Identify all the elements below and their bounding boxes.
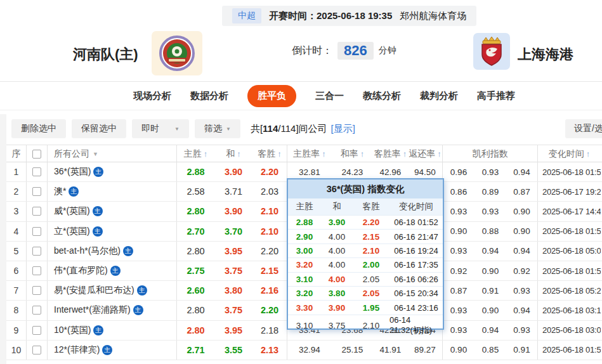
row-number: 2: [6, 182, 27, 201]
company-cell[interactable]: Interwet*(塞浦路斯)主: [48, 301, 177, 320]
column-header-客胜率[interactable]: 客胜率↑: [373, 145, 408, 162]
settings-button[interactable]: 设置/选: [565, 119, 602, 138]
tab-胜平负[interactable]: 胜平负: [247, 85, 296, 107]
popup-odds-away: 2.15: [353, 230, 389, 243]
column-header-客胜[interactable]: 客胜↑: [252, 145, 287, 162]
odds-draw: 3.55: [214, 341, 252, 360]
tab-裁判分析[interactable]: 裁判分析: [420, 90, 458, 102]
match-info-bar: 中超 开赛时间：2025-06-18 19:35 郑州航海体育场: [222, 6, 476, 26]
filter-dropdown[interactable]: 筛选▼: [195, 119, 240, 138]
row-number: 6: [6, 261, 27, 280]
popup-change-time: 06-15 20:34: [389, 287, 443, 300]
popup-column-变化时间: 变化时间: [389, 198, 443, 215]
popup-odds-draw: 3.75: [321, 315, 353, 336]
tab-现场分析[interactable]: 现场分析: [133, 90, 171, 102]
tab-三合一[interactable]: 三合一: [315, 90, 344, 102]
row-checkbox-cell: [27, 202, 48, 221]
column-header-所有公司[interactable]: 所有公司▼: [48, 145, 177, 162]
kelly-draw: 0.85: [474, 341, 506, 360]
row-checkbox[interactable]: [32, 207, 41, 216]
row-checkbox[interactable]: [32, 306, 41, 315]
company-cell[interactable]: 12*(菲律宾)主: [48, 341, 177, 360]
kelly-draw: 0.93: [474, 162, 506, 181]
home-bookmaker-badge: 主: [123, 246, 133, 256]
tab-教练分析[interactable]: 教练分析: [363, 90, 401, 102]
kelly-home: 0.92: [443, 261, 474, 280]
kelly-draw: 0.89: [474, 182, 506, 201]
select-all-checkbox[interactable]: [32, 150, 41, 159]
row-checkbox[interactable]: [32, 247, 41, 256]
popup-odds-draw: 3.90: [321, 216, 353, 229]
change-time: 2025-06-18 05:07: [538, 242, 601, 261]
column-header-主胜率[interactable]: 主胜率↑: [287, 145, 332, 162]
sort-ascending-icon: ↑: [322, 149, 326, 159]
home-team-logo: [152, 31, 202, 75]
home-bookmaker-badge: 主: [102, 345, 112, 355]
row-number: 1: [6, 162, 27, 181]
column-header-和率[interactable]: 和率↑: [332, 145, 373, 162]
popup-history-row: 3.004.002.1006-16 19:24: [288, 244, 443, 257]
kelly-draw: 0.90: [474, 301, 506, 320]
popup-change-time: 06-16 06:26: [389, 273, 443, 286]
delete-selected-button[interactable]: 删除选中: [11, 119, 66, 138]
tab-数据分析[interactable]: 数据分析: [190, 90, 228, 102]
company-name: bet-at-h*(马尔他): [54, 245, 121, 257]
countdown: 倒计时： 826 分钟: [292, 42, 396, 60]
popup-odds-draw: 4.00: [321, 258, 353, 271]
company-name: 12*(菲律宾): [54, 344, 100, 356]
popup-history-row: 3.203.802.0506-15 20:34: [288, 286, 443, 300]
odds-away: 2.10: [252, 222, 287, 241]
popup-column-和: 和: [321, 198, 353, 215]
select-all-checkbox-cell[interactable]: [27, 145, 48, 162]
popup-odds-away: 2.20: [353, 216, 389, 229]
row-checkbox[interactable]: [32, 187, 41, 196]
odds-draw: 3.90: [214, 162, 252, 181]
company-cell[interactable]: 立*(英国)主: [48, 222, 177, 241]
row-number: 9: [6, 321, 27, 340]
row-checkbox[interactable]: [32, 167, 41, 176]
row-checkbox-cell: [27, 341, 48, 360]
kickoff-time: 开赛时间：2025-06-18 19:35: [269, 10, 392, 22]
row-checkbox[interactable]: [32, 346, 41, 354]
row-checkbox[interactable]: [32, 286, 41, 295]
column-header-凯利指数: 凯利指数: [443, 145, 538, 162]
odds-away: 2.16: [252, 281, 287, 300]
column-header-和[interactable]: 和↑: [214, 145, 252, 162]
home-bookmaker-badge: 主: [93, 325, 103, 335]
company-cell[interactable]: 易*(安提瓜和巴布达)主: [48, 281, 177, 300]
keep-selected-button[interactable]: 保留选中: [72, 119, 126, 138]
popup-odds-home: 3.20: [288, 258, 321, 271]
company-cell[interactable]: 伟*(直布罗陀)主: [48, 261, 177, 280]
kelly-home: 0.90: [443, 341, 474, 360]
popup-change-time: 06-16 21:47: [389, 230, 443, 243]
chevron-down-icon: ▼: [174, 126, 180, 132]
countdown-value: 826: [337, 42, 374, 60]
column-header-主胜[interactable]: 主胜↑: [177, 145, 214, 162]
company-cell[interactable]: 10*(英国)主: [48, 321, 177, 340]
company-name: Interwet*(塞浦路斯): [54, 304, 131, 316]
instant-dropdown[interactable]: 即时▼: [132, 119, 189, 138]
tab-高手推荐[interactable]: 高手推荐: [477, 90, 515, 102]
popup-odds-draw: 4.00: [321, 230, 353, 243]
popup-change-time: 06-16 17:35: [389, 258, 443, 271]
kelly-away: 0.94: [506, 242, 538, 261]
company-cell[interactable]: 澳*主: [48, 182, 177, 201]
change-time: 2025-06-18 05:20: [538, 281, 601, 300]
row-checkbox[interactable]: [32, 326, 41, 335]
column-header-返还率[interactable]: 返还率↑: [408, 145, 443, 162]
row-checkbox-cell: [27, 222, 48, 241]
row-checkbox[interactable]: [32, 227, 41, 236]
popup-history-row: 3.103.752.1006-14 21:32(初指): [288, 315, 443, 328]
change-time: 2025-06-18 03:08: [538, 321, 601, 340]
column-header-变化时间[interactable]: 变化时间↑: [538, 145, 601, 162]
row-checkbox[interactable]: [32, 266, 41, 275]
sort-ascending-icon: ↑: [237, 149, 241, 159]
column-label: 序: [12, 148, 21, 160]
company-cell[interactable]: 威*(英国)主: [48, 202, 177, 221]
column-label: 主胜: [184, 148, 202, 160]
row-number: 4: [6, 222, 27, 241]
show-link[interactable]: [显示]: [331, 123, 355, 135]
company-cell[interactable]: bet-at-h*(马尔他)主: [48, 242, 177, 261]
company-cell[interactable]: 36*(英国)主: [48, 162, 177, 181]
popup-history-row: 3.104.002.0506-16 06:26: [288, 272, 443, 286]
